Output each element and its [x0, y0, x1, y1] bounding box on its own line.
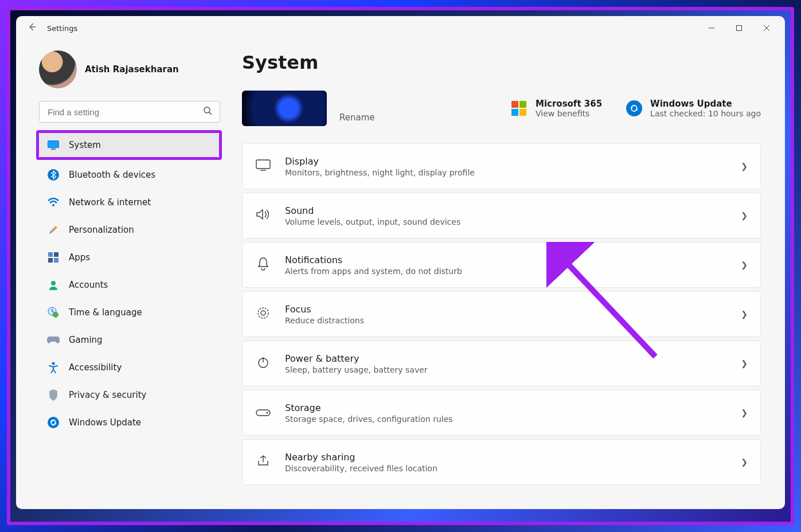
- svg-rect-1: [737, 26, 742, 31]
- share-icon: [255, 455, 271, 470]
- svg-point-15: [51, 281, 56, 285]
- chevron-right-icon: ❯: [741, 162, 748, 171]
- windows-update-tile[interactable]: Windows Update Last checked: 10 hours ag…: [626, 99, 761, 118]
- ms365-sub: View benefits: [536, 109, 602, 118]
- svg-point-22: [258, 308, 268, 318]
- clock-globe-icon: [47, 306, 60, 319]
- svg-rect-12: [54, 252, 58, 257]
- sidebar-item-time-language[interactable]: Time & language: [39, 300, 220, 324]
- sidebar-item-label: Accessibility: [69, 362, 122, 373]
- sound-icon: [255, 208, 271, 223]
- maximize-icon: [736, 25, 743, 32]
- svg-rect-8: [51, 148, 56, 150]
- card-title: Sound: [285, 205, 727, 216]
- sidebar-item-label: Privacy & security: [69, 390, 146, 400]
- card-sub: Sleep, battery usage, battery saver: [285, 365, 727, 374]
- search-input[interactable]: [39, 101, 220, 123]
- card-power-battery[interactable]: Power & battery Sleep, battery usage, ba…: [242, 341, 761, 386]
- card-storage[interactable]: Storage Storage space, drives, configura…: [242, 390, 761, 436]
- bell-icon: [255, 257, 271, 273]
- ms365-tile[interactable]: Microsoft 365 View benefits: [510, 99, 602, 118]
- microsoft-logo-icon: [510, 100, 528, 117]
- card-focus[interactable]: Focus Reduce distractions ❯: [242, 291, 761, 337]
- sidebar-item-label: System: [69, 140, 101, 150]
- sidebar: Atish Rajasekharan System: [16, 40, 228, 509]
- card-notifications[interactable]: Notifications Alerts from apps and syste…: [242, 242, 761, 288]
- minimize-button[interactable]: [698, 18, 725, 38]
- user-name: Atish Rajasekharan: [85, 64, 179, 75]
- sidebar-item-personalization[interactable]: Personalization: [39, 218, 220, 242]
- sidebar-item-accounts[interactable]: Accounts: [39, 273, 220, 297]
- card-sub: Storage space, drives, configuration rul…: [285, 414, 727, 424]
- sidebar-item-label: Personalization: [69, 225, 134, 235]
- svg-line-5: [209, 112, 212, 115]
- paintbrush-icon: [47, 224, 60, 236]
- chevron-right-icon: ❯: [741, 457, 748, 467]
- close-button[interactable]: [753, 18, 780, 38]
- svg-point-19: [48, 417, 59, 428]
- sidebar-item-network[interactable]: Network & internet: [39, 190, 220, 214]
- device-thumbnail[interactable]: [242, 91, 327, 126]
- sidebar-item-label: Network & internet: [69, 197, 151, 208]
- search-box[interactable]: [39, 101, 220, 123]
- svg-rect-7: [48, 141, 58, 147]
- card-title: Power & battery: [285, 353, 727, 364]
- svg-rect-14: [54, 258, 58, 263]
- sidebar-item-bluetooth[interactable]: Bluetooth & devices: [39, 163, 220, 187]
- page-title: System: [242, 52, 761, 73]
- sidebar-item-label: Bluetooth & devices: [69, 170, 155, 180]
- chevron-right-icon: ❯: [741, 359, 748, 368]
- close-icon: [763, 25, 770, 32]
- sidebar-item-label: Accounts: [69, 280, 108, 290]
- svg-point-10: [52, 204, 54, 206]
- card-sub: Reduce distractions: [285, 316, 727, 325]
- focus-icon: [255, 306, 271, 322]
- svg-point-4: [204, 107, 210, 113]
- card-sub: Volume levels, output, input, sound devi…: [285, 217, 727, 226]
- back-button[interactable]: [21, 22, 44, 34]
- shield-icon: [47, 389, 60, 401]
- card-sound[interactable]: Sound Volume levels, output, input, soun…: [242, 193, 761, 238]
- sidebar-item-privacy[interactable]: Privacy & security: [39, 383, 220, 407]
- minimize-icon: [708, 25, 715, 32]
- card-title: Focus: [285, 304, 727, 315]
- main-content: System Rename Microsoft 365 View benefit…: [228, 40, 785, 509]
- window-title: Settings: [47, 24, 77, 33]
- titlebar: Settings: [16, 16, 785, 40]
- svg-rect-11: [48, 252, 53, 257]
- wifi-icon: [47, 196, 60, 209]
- svg-point-17: [53, 312, 58, 318]
- card-sub: Discoverability, received files location: [285, 464, 727, 473]
- svg-rect-20: [256, 160, 270, 169]
- avatar: [39, 50, 77, 88]
- sidebar-item-accessibility[interactable]: Accessibility: [39, 355, 220, 380]
- maximize-button[interactable]: [725, 18, 753, 38]
- card-nearby-sharing[interactable]: Nearby sharing Discoverability, received…: [242, 439, 761, 485]
- sidebar-item-windows-update[interactable]: Windows Update: [39, 410, 220, 435]
- sidebar-item-system[interactable]: System: [39, 133, 219, 157]
- settings-card-list: Display Monitors, brightness, night ligh…: [242, 143, 761, 485]
- sidebar-item-gaming[interactable]: Gaming: [39, 328, 220, 352]
- card-display[interactable]: Display Monitors, brightness, night ligh…: [242, 143, 761, 189]
- person-icon: [47, 279, 60, 291]
- gamepad-icon: [47, 334, 60, 346]
- svg-rect-13: [48, 258, 53, 263]
- sidebar-item-label: Apps: [69, 252, 90, 263]
- update-sub: Last checked: 10 hours ago: [650, 109, 761, 118]
- user-block[interactable]: Atish Rajasekharan: [39, 40, 220, 101]
- display-icon: [47, 139, 60, 151]
- power-icon: [255, 356, 271, 371]
- ms365-title: Microsoft 365: [536, 99, 602, 109]
- svg-point-27: [267, 412, 268, 413]
- svg-point-18: [52, 362, 55, 365]
- update-icon: [47, 416, 60, 429]
- bluetooth-icon: [47, 169, 60, 181]
- sidebar-item-label: Windows Update: [69, 417, 141, 428]
- storage-icon: [255, 408, 271, 418]
- sidebar-item-label: Gaming: [69, 335, 103, 345]
- rename-link[interactable]: Rename: [339, 112, 375, 123]
- sidebar-item-apps[interactable]: Apps: [39, 245, 220, 269]
- nav-list: System Bluetooth & devices Network & int…: [39, 133, 220, 435]
- search-icon: [203, 106, 212, 118]
- arrow-left-icon: [28, 22, 37, 32]
